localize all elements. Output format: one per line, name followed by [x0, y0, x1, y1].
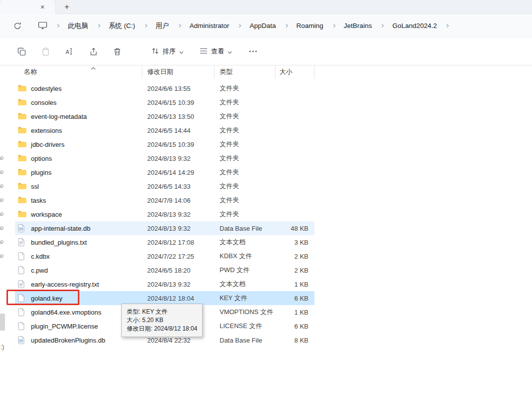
- cell-type: 文件夹: [215, 98, 275, 107]
- pin-icon: [0, 151, 4, 165]
- cell-date-modified: 2024/8/13 9:32: [142, 281, 215, 288]
- file-tooltip: 类型: KEY 文件大小: 5.20 KB修改日期: 2024/8/12 18:…: [121, 304, 203, 337]
- cell-date-modified: 2024/7/22 17:25: [142, 253, 215, 260]
- file-name: tasks: [31, 197, 46, 204]
- more-options-icon[interactable]: [246, 44, 261, 59]
- folder-icon: [18, 127, 27, 134]
- cell-size: 1 KB: [275, 281, 314, 288]
- breadcrumb-item-5[interactable]: AppData: [246, 19, 279, 32]
- file-name: goland64.exe.vmoptions: [31, 309, 101, 316]
- file-row-workspace[interactable]: workspace2024/8/13 9:32文件夹: [15, 207, 314, 221]
- file-name: jdbc-drivers: [31, 141, 64, 148]
- nav-scrollbar-thumb[interactable]: [0, 314, 5, 331]
- chevron-right-icon: [178, 24, 181, 27]
- file-row-codestyles[interactable]: codestyles2024/6/6 13:55文件夹: [15, 81, 314, 95]
- file-row-bundled_plugins.txt[interactable]: bundled_plugins.txt2024/8/12 17:08文本文档3 …: [15, 235, 314, 249]
- cell-size: 3 KB: [275, 239, 314, 246]
- file-row-consoles[interactable]: consoles2024/6/15 10:39文件夹: [15, 95, 314, 109]
- file-icon: [18, 224, 27, 232]
- file-row-extensions[interactable]: extensions2024/6/5 14:44文件夹: [15, 123, 314, 137]
- file-name: updatedBrokenPlugins.db: [31, 337, 105, 344]
- view-dropdown[interactable]: 查看: [195, 44, 237, 59]
- file-name: codestyles: [31, 85, 61, 92]
- cell-name: bundled_plugins.txt: [15, 238, 142, 246]
- file-explorer-window: ✕ + 此电脑系统 (C:)用户AdministratorAppDataRoam…: [0, 0, 532, 394]
- pin-icon: [0, 165, 4, 179]
- cell-date-modified: 2024/6/5 14:33: [142, 183, 215, 190]
- chevron-right-icon: [238, 24, 241, 27]
- breadcrumb-item-6[interactable]: Roaming: [293, 19, 327, 32]
- cell-date-modified: 2024/8/13 9:32: [142, 225, 215, 232]
- tab-bar: ✕ +: [0, 0, 532, 14]
- refresh-icon[interactable]: [12, 21, 23, 32]
- cell-name: jdbc-drivers: [15, 141, 142, 148]
- folder-icon: [18, 211, 27, 218]
- svg-text:A: A: [66, 49, 70, 55]
- breadcrumb-item-3[interactable]: 用户: [152, 19, 173, 33]
- rename-button[interactable]: A: [62, 44, 77, 59]
- chevron-right-icon: [56, 24, 59, 27]
- cell-name: event-log-metadata: [15, 113, 142, 120]
- file-icon: [18, 238, 27, 246]
- cell-size: 48 KB: [275, 225, 314, 232]
- folder-icon: [18, 197, 27, 204]
- file-row-c.pwd[interactable]: c.pwd2024/6/5 18:20PWD 文件2 KB: [15, 263, 314, 277]
- cell-type: 文件夹: [215, 154, 275, 163]
- cell-date-modified: 2024/8/13 9:32: [142, 211, 215, 218]
- cell-name: early-access-registry.txt: [15, 280, 142, 288]
- column-header-size[interactable]: 大小: [275, 65, 314, 78]
- paste-button[interactable]: [38, 44, 53, 59]
- breadcrumb-item-4[interactable]: Administrator: [186, 19, 233, 32]
- breadcrumb-item-2[interactable]: 系统 (C:): [105, 19, 139, 33]
- cell-type: 文件夹: [215, 182, 275, 191]
- file-row-ssl[interactable]: ssl2024/6/5 14:33文件夹: [15, 179, 314, 193]
- cell-type: 文件夹: [215, 196, 275, 205]
- cell-name: updatedBrokenPlugins.db: [15, 336, 142, 344]
- column-header-date[interactable]: 修改日期: [142, 65, 215, 78]
- share-button[interactable]: [86, 44, 101, 59]
- file-icon: [18, 266, 27, 274]
- file-row-tasks[interactable]: tasks2024/7/9 14:06文件夹: [15, 193, 314, 207]
- file-row-event-log-metadata[interactable]: event-log-metadata2024/6/13 13:50文件夹: [15, 109, 314, 123]
- file-row-c.kdbx[interactable]: c.kdbx2024/7/22 17:25KDBX 文件2 KB: [15, 249, 314, 263]
- cell-type: Data Base File: [215, 225, 275, 232]
- breadcrumb-item-8[interactable]: GoLand2024.2: [389, 19, 440, 32]
- this-pc-icon: [38, 21, 47, 31]
- tab-close-icon[interactable]: ✕: [38, 3, 46, 11]
- new-tab-button[interactable]: +: [61, 2, 72, 13]
- cell-type: 文件夹: [215, 84, 275, 93]
- cell-date-modified: 2024/6/5 18:20: [142, 267, 215, 274]
- file-icon: [18, 280, 27, 288]
- cell-type: PWD 文件: [215, 266, 275, 275]
- sort-dropdown[interactable]: 排序: [147, 44, 188, 59]
- cell-date-modified: 2024/6/15 10:39: [142, 99, 215, 106]
- cell-name: ssl: [15, 183, 142, 190]
- cell-type: 文件夹: [215, 112, 275, 121]
- breadcrumb: 此电脑系统 (C:)用户AdministratorAppDataRoamingJ…: [51, 14, 454, 37]
- view-label: 查看: [211, 47, 224, 56]
- column-header-type[interactable]: 类型: [215, 65, 275, 78]
- folder-icon: [18, 169, 27, 176]
- explorer-tab[interactable]: ✕: [0, 0, 56, 14]
- status-text: :): [0, 344, 4, 351]
- breadcrumb-item-7[interactable]: JetBrains: [340, 19, 375, 32]
- file-row-app-internal-state.db[interactable]: app-internal-state.db2024/8/13 9:32Data …: [15, 221, 314, 235]
- breadcrumb-item-1[interactable]: 此电脑: [64, 19, 92, 33]
- file-icon: [18, 294, 27, 302]
- file-icon: [18, 322, 27, 330]
- file-row-jdbc-drivers[interactable]: jdbc-drivers2024/6/15 10:39文件夹: [15, 137, 314, 151]
- file-row-early-access-registry.txt[interactable]: early-access-registry.txt2024/8/13 9:32文…: [15, 277, 314, 291]
- file-row-options[interactable]: options2024/8/13 9:32文件夹: [15, 151, 314, 165]
- copy-button[interactable]: [14, 44, 29, 59]
- file-row-plugins[interactable]: plugins2024/6/14 14:29文件夹: [15, 165, 314, 179]
- pin-icon: [0, 221, 4, 235]
- file-row-goland.key[interactable]: goland.key2024/8/12 18:04KEY 文件6 KB: [15, 291, 314, 305]
- file-name: c.pwd: [31, 267, 48, 274]
- cell-type: 文件夹: [215, 210, 275, 219]
- delete-button[interactable]: [110, 44, 125, 59]
- cell-date-modified: 2024/8/13 9:32: [142, 155, 215, 162]
- column-header-name[interactable]: 名称: [15, 65, 142, 78]
- file-name: event-log-metadata: [31, 113, 87, 120]
- address-bar: 此电脑系统 (C:)用户AdministratorAppDataRoamingJ…: [0, 14, 532, 37]
- cell-date-modified: 2024/6/15 10:39: [142, 141, 215, 148]
